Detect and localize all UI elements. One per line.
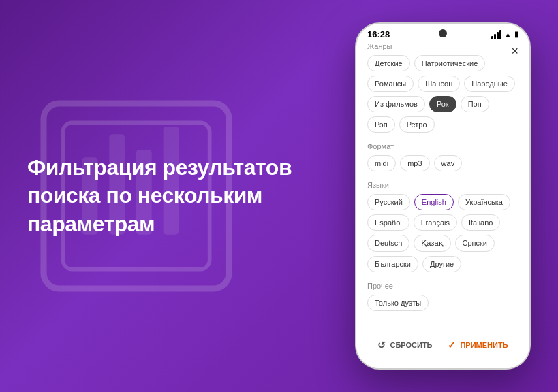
languages-label: Языки [367,181,518,189]
other-section: Прочее Только дуэты [367,282,518,311]
format-label: Формат [367,142,518,150]
battery-icon: ▮ [514,30,518,39]
other-tags: Только дуэты [367,295,518,311]
apply-icon: ✓ [448,340,456,350]
tag-wav[interactable]: wav [434,155,463,172]
tag-deutsch[interactable]: Deutsch [367,235,409,252]
tag-kazak[interactable]: Қазақ [414,235,450,252]
format-tags: midi mp3 wav [367,155,518,172]
genres-section: Жанры Детские Патриотические Романсы Шан… [367,42,518,133]
tag-shanson[interactable]: Шансон [418,76,460,92]
tag-srpski[interactable]: Српски [455,235,495,252]
tag-russian[interactable]: Русский [367,194,410,210]
bottom-bar: ↺ СБРОСИТЬ ✓ ПРИМЕНИТЬ [356,321,529,368]
phone-content: Жанры Детские Патриотические Романсы Шан… [356,42,529,322]
languages-tags: Русский English Українська Español Franç… [367,194,518,272]
other-label: Прочее [367,282,518,290]
reset-button[interactable]: ↺ СБРОСИТЬ [377,340,432,350]
format-section: Формат midi mp3 wav [367,142,518,172]
genres-tags: Детские Патриотические Романсы Шансон На… [367,55,518,133]
tag-detskie[interactable]: Детские [367,55,410,71]
tag-romansy[interactable]: Романсы [367,76,414,92]
tag-retro[interactable]: Ретро [399,116,435,133]
languages-section: Языки Русский English Українська Español… [367,181,518,272]
close-button[interactable]: × [511,44,518,59]
tag-rok[interactable]: Рок [429,96,456,112]
status-time: 16:28 [367,29,390,39]
signal-bars-icon [491,30,501,39]
left-text-area: Фильтрация результатов поиска по несколь… [27,154,355,239]
phone-mockup: 16:28 ▲ ▮ × Жанры Детские [355,22,531,370]
tag-drugie[interactable]: Другие [422,256,461,272]
heading: Фильтрация результатов поиска по несколь… [27,154,335,239]
genres-label: Жанры [367,42,518,50]
reset-label: СБРОСИТЬ [390,341,432,349]
tag-ukrainian[interactable]: Українська [458,194,510,210]
tag-iz-filmov[interactable]: Из фильмов [367,96,425,112]
tag-francais[interactable]: Français [414,214,457,231]
tag-midi[interactable]: midi [367,155,396,172]
wifi-icon: ▲ [504,31,512,39]
tag-balgarski[interactable]: Български [367,256,418,272]
tag-rep[interactable]: Рэп [367,116,395,133]
tag-english[interactable]: English [414,194,454,210]
reset-icon: ↺ [377,340,386,350]
apply-button[interactable]: ✓ ПРИМЕНИТЬ [448,340,508,350]
tag-pop[interactable]: Поп [461,96,489,112]
camera-notch [439,29,447,37]
tag-italiano[interactable]: Italiano [461,214,500,231]
tag-patrioticheskie[interactable]: Патриотические [414,55,486,71]
status-bar: 16:28 ▲ ▮ [356,24,529,42]
tag-narodnye[interactable]: Народные [464,76,515,92]
tag-only-duets[interactable]: Только дуэты [367,295,429,311]
status-icons: ▲ ▮ [491,30,518,39]
tag-espanol[interactable]: Español [367,214,409,231]
apply-label: ПРИМЕНИТЬ [460,341,508,349]
tag-mp3[interactable]: mp3 [400,155,429,172]
